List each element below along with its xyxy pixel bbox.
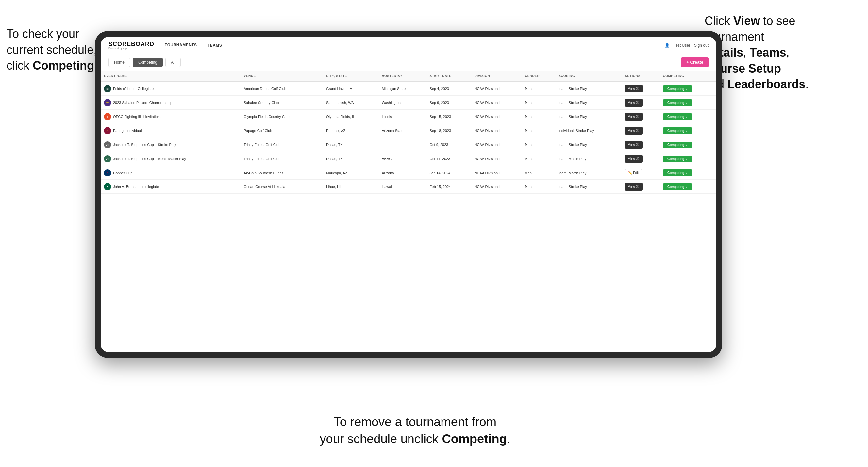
actions-cell[interactable]: View ⓘ [621, 96, 659, 110]
city-state-cell: Dallas, TX [323, 152, 378, 166]
start-date-cell: Sep 15, 2023 [427, 110, 471, 124]
gender-cell: Men [521, 124, 555, 138]
tournament-table: EVENT NAME VENUE CITY, STATE HOSTED BY S… [101, 71, 716, 194]
gender-cell: Men [521, 82, 555, 96]
team-logo: JT [104, 141, 111, 148]
tab-competing[interactable]: Competing [133, 58, 163, 67]
table-row: W2023 Sahalee Players ChampionshipSahale… [101, 96, 716, 110]
competing-cell[interactable]: Competing ✓ [659, 166, 716, 180]
view-button[interactable]: View ⓘ [624, 183, 642, 190]
competing-cell[interactable]: Competing ✓ [659, 110, 716, 124]
competing-button[interactable]: Competing ✓ [663, 99, 692, 106]
division-cell: NCAA Division I [471, 152, 522, 166]
table-row: JTJackson T. Stephens Cup – Stroke PlayT… [101, 138, 716, 152]
actions-cell[interactable]: ✏️ Edit [621, 166, 659, 180]
scoring-cell: team, Match Play [555, 152, 621, 166]
logo-main-text: SCOREBOARD [108, 41, 154, 47]
start-date-cell: Sep 18, 2023 [427, 124, 471, 138]
team-logo: M [104, 85, 111, 92]
tablet-shell: SCOREBOARD Powered by clipp TOURNAMENTS … [95, 31, 722, 358]
event-name: OFCC Fighting Illini Invitational [113, 115, 162, 119]
team-logo: A [104, 127, 111, 134]
edit-button[interactable]: ✏️ Edit [624, 169, 642, 177]
table-header-row: EVENT NAME VENUE CITY, STATE HOSTED BY S… [101, 71, 716, 82]
scoreboard-logo: SCOREBOARD Powered by clipp [108, 41, 154, 50]
start-date-cell: Oct 11, 2023 [427, 152, 471, 166]
annotation-teams-label: Teams [750, 46, 786, 59]
col-competing: COMPETING [659, 71, 716, 82]
table-row: MFolds of Honor CollegiateAmerican Dunes… [101, 82, 716, 96]
event-name-cell: W2023 Sahalee Players Championship [101, 96, 241, 110]
actions-cell[interactable]: View ⓘ [621, 82, 659, 96]
competing-cell[interactable]: Competing ✓ [659, 138, 716, 152]
hosted-by-cell: Illinois [378, 110, 426, 124]
event-name-cell: HJohn A. Burns Intercollegiate [101, 180, 241, 194]
actions-cell[interactable]: View ⓘ [621, 152, 659, 166]
competing-cell[interactable]: Competing ✓ [659, 82, 716, 96]
venue-cell: Trinity Forest Golf Club [241, 152, 323, 166]
annotation-competing-bottom-label: Competing [442, 432, 506, 446]
competing-cell[interactable]: Competing ✓ [659, 152, 716, 166]
actions-cell[interactable]: View ⓘ [621, 138, 659, 152]
competing-cell[interactable]: Competing ✓ [659, 96, 716, 110]
event-name: 2023 Sahalee Players Championship [113, 101, 172, 104]
competing-button[interactable]: Competing ✓ [663, 114, 692, 120]
tab-home[interactable]: Home [108, 58, 130, 67]
team-logo: JT [104, 155, 111, 162]
event-name: John A. Burns Intercollegiate [113, 185, 159, 189]
competing-button[interactable]: Competing ✓ [663, 156, 692, 162]
tab-all[interactable]: All [165, 58, 181, 67]
scoring-cell: team, Stroke Play [555, 82, 621, 96]
team-logo: W [104, 99, 111, 106]
view-button[interactable]: View ⓘ [624, 113, 642, 121]
hosted-by-cell: Arizona [378, 166, 426, 180]
view-button[interactable]: View ⓘ [624, 141, 642, 149]
create-button[interactable]: + Create [681, 57, 709, 67]
event-name: Jackson T. Stephens Cup – Men's Match Pl… [113, 157, 186, 161]
venue-cell: Papago Golf Club [241, 124, 323, 138]
col-gender: GENDER [521, 71, 555, 82]
event-name: Jackson T. Stephens Cup – Stroke Play [113, 143, 176, 147]
competing-button[interactable]: Competing ✓ [663, 127, 692, 134]
competing-button[interactable]: Competing ✓ [663, 183, 692, 190]
event-name-cell: IOFCC Fighting Illini Invitational [101, 110, 241, 124]
hosted-by-cell: Washington [378, 96, 426, 110]
col-city-state: CITY, STATE [323, 71, 378, 82]
gender-cell: Men [521, 166, 555, 180]
division-cell: NCAA Division I [471, 110, 522, 124]
col-start-date: START DATE [427, 71, 471, 82]
view-button[interactable]: View ⓘ [624, 99, 642, 106]
col-actions: ACTIONS [621, 71, 659, 82]
actions-cell[interactable]: View ⓘ [621, 180, 659, 194]
city-state-cell: Phoenix, AZ [323, 124, 378, 138]
nav-teams[interactable]: TEAMS [208, 42, 222, 49]
nav-tournaments[interactable]: TOURNAMENTS [165, 41, 197, 49]
gender-cell: Men [521, 180, 555, 194]
competing-cell[interactable]: Competing ✓ [659, 124, 716, 138]
view-button[interactable]: View ⓘ [624, 85, 642, 92]
view-button[interactable]: View ⓘ [624, 127, 642, 135]
event-name-cell: ACopper Cup [101, 166, 241, 180]
user-name: Test User [674, 43, 690, 48]
competing-button[interactable]: Competing ✓ [663, 142, 692, 148]
venue-cell: Olympia Fields Country Club [241, 110, 323, 124]
sign-out-link[interactable]: Sign out [694, 43, 709, 48]
team-logo: A [104, 169, 111, 177]
start-date-cell: Sep 4, 2023 [427, 82, 471, 96]
col-scoring: SCORING [555, 71, 621, 82]
venue-cell: Ak-Chin Southern Dunes [241, 166, 323, 180]
view-button[interactable]: View ⓘ [624, 155, 642, 163]
annotation-view-label: View [733, 14, 760, 27]
competing-cell[interactable]: Competing ✓ [659, 180, 716, 194]
actions-cell[interactable]: View ⓘ [621, 124, 659, 138]
venue-cell: American Dunes Golf Club [241, 82, 323, 96]
hosted-by-cell: ABAC [378, 152, 426, 166]
division-cell: NCAA Division I [471, 96, 522, 110]
city-state-cell: Sammamish, WA [323, 96, 378, 110]
actions-cell[interactable]: View ⓘ [621, 110, 659, 124]
competing-button[interactable]: Competing ✓ [663, 169, 692, 176]
col-event-name: EVENT NAME [101, 71, 241, 82]
competing-button[interactable]: Competing ✓ [663, 85, 692, 92]
annotation-top-right: Click View to see tournament Details, Te… [705, 13, 862, 92]
header-right: 👤 Test User Sign out [665, 43, 709, 48]
